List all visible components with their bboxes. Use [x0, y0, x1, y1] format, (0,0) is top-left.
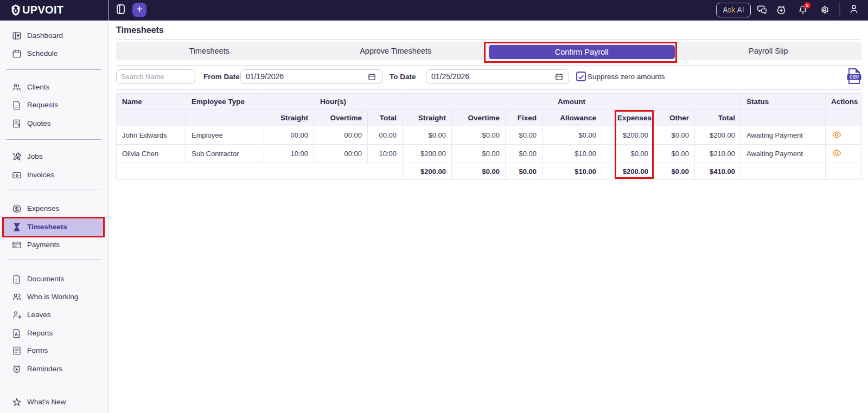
svg-text:$: $: [16, 173, 18, 177]
svg-text:?: ?: [17, 124, 20, 128]
svg-text:CSV: CSV: [850, 74, 859, 80]
